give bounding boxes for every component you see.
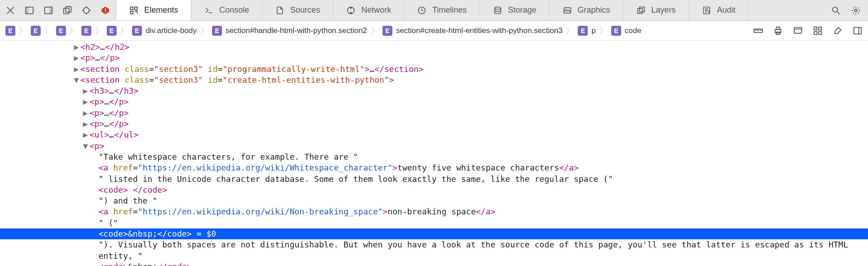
dom-row[interactable]: ▼<section class="section3" id="create-ht… (0, 75, 868, 86)
disclosure-triangle-icon[interactable]: ▶ (81, 129, 90, 140)
dom-row-content: <code>&nbsp;</code> = $0 (99, 229, 216, 238)
toolbar-left-icons (0, 0, 116, 20)
svg-rect-8 (105, 8, 106, 10)
tab-audit[interactable]: Audit (689, 0, 749, 20)
svg-point-6 (84, 7, 90, 13)
breadcrumb-item[interactable]: E (5, 26, 15, 36)
tab-graphics[interactable]: Graphics (550, 0, 623, 20)
disclosure-triangle-icon[interactable]: ▶ (81, 108, 90, 119)
disclosure-triangle-icon[interactable]: ▶ (72, 64, 80, 75)
disclosure-triangle-icon[interactable]: ▼ (81, 141, 90, 152)
sidebar-toggle-icon[interactable] (853, 26, 863, 36)
chevron-right-icon: 〉 (19, 25, 27, 36)
breadcrumb-item[interactable]: E (56, 26, 66, 36)
chevron-right-icon: 〉 (95, 25, 103, 36)
breadcrumb-item[interactable]: Esection#create-html-entities-with-pytho… (382, 26, 563, 36)
dom-row[interactable]: <code>&nbsp;</code> (0, 261, 868, 266)
tab-elements[interactable]: Elements (116, 0, 191, 20)
dom-row[interactable]: <a href="https://en.wikipedia.org/wiki/W… (0, 162, 868, 173)
dom-row-content: " listed in the Unicode character databa… (99, 174, 613, 184)
dom-row[interactable]: ▶<p>…</p> (0, 96, 868, 107)
chevron-right-icon: 〉 (566, 25, 574, 36)
dom-row-content: <a href="https://en.wikipedia.org/wiki/W… (99, 163, 579, 172)
dom-row[interactable]: "). Visually both spaces are not disting… (0, 239, 868, 261)
breadcrumb-item[interactable]: E (31, 26, 41, 36)
breadcrumb-label: div.article-body (146, 26, 197, 35)
svg-point-20 (833, 7, 838, 12)
close-icon[interactable] (5, 5, 16, 16)
devtools-tabs: ElementsConsoleSourcesNetworkTimelinesSt… (116, 0, 824, 20)
dom-tree[interactable]: ▶<h2>…</h2>▶<p>…</p>▶<section class="sec… (0, 41, 868, 266)
dom-row[interactable]: ") and the " (0, 195, 868, 206)
dom-row[interactable]: ▶<h3>…</h3> (0, 86, 868, 96)
print-icon[interactable] (773, 26, 783, 36)
dom-breadcrumb-bar: E〉E〉E〉E〉E〉Ediv.article-body〉Esection#han… (0, 21, 868, 41)
breadcrumb-item[interactable]: Esection#handle-html-with-python.section… (212, 26, 367, 36)
dom-row[interactable]: "Take whitespace characters, for example… (0, 152, 868, 162)
tab-storage[interactable]: Storage (480, 0, 550, 20)
dom-row[interactable]: ▶<p>…</p> (0, 108, 868, 119)
disclosure-triangle-icon[interactable]: ▼ (72, 75, 80, 86)
dom-row[interactable]: ▶<h2>…</h2> (0, 42, 868, 52)
dom-row[interactable]: ▶<p>…</p> (0, 52, 868, 63)
breadcrumb-item[interactable]: Ediv.article-body (132, 26, 197, 36)
svg-point-21 (854, 9, 857, 12)
element-badge-icon: E (382, 26, 392, 36)
svg-rect-26 (794, 27, 802, 33)
element-badge-icon: E (212, 26, 222, 36)
tab-network[interactable]: Network (333, 0, 404, 20)
tab-console[interactable]: Console (191, 0, 262, 20)
breadcrumb-item[interactable]: E (107, 26, 117, 36)
tab-label: Graphics (578, 5, 610, 15)
tab-label: Sources (290, 5, 320, 15)
dock-left-icon[interactable] (24, 5, 35, 16)
popout-icon[interactable] (61, 5, 73, 16)
dom-row-content: <p>…</p> (90, 108, 129, 118)
chevron-right-icon: 〉 (200, 25, 208, 36)
dom-row-content: <a href="https://en.wikipedia.org/wiki/N… (99, 207, 495, 216)
search-icon[interactable] (830, 5, 842, 16)
breadcrumb-item[interactable]: E (81, 26, 91, 36)
tab-label: Audit (717, 5, 736, 15)
svg-rect-17 (637, 8, 642, 13)
brush-icon[interactable] (833, 26, 843, 36)
devtools-toolbar: ElementsConsoleSourcesNetworkTimelinesSt… (0, 0, 868, 21)
dock-right-icon[interactable] (42, 5, 54, 16)
disclosure-triangle-icon[interactable]: ▶ (81, 86, 90, 96)
breadcrumb-item[interactable]: Ecode (611, 26, 642, 36)
tab-timelines[interactable]: Timelines (404, 0, 480, 20)
dom-row[interactable]: " listed in the Unicode character databa… (0, 174, 868, 185)
svg-rect-9 (105, 11, 106, 12)
disclosure-triangle-icon[interactable]: ▶ (72, 42, 80, 52)
disclosure-triangle-icon[interactable]: ▶ (81, 119, 90, 129)
element-badge-icon: E (56, 26, 66, 36)
grid-icon[interactable] (813, 26, 823, 36)
disclosure-triangle-icon[interactable]: ▶ (81, 96, 90, 107)
dom-row[interactable]: ▶<ul>…</ul> (0, 129, 868, 140)
dom-row-content: <ul>…</ul> (90, 130, 138, 139)
ruler-icon[interactable] (753, 26, 763, 36)
dom-row-content: " (" (99, 218, 118, 228)
breadcrumb-item[interactable]: Ep (578, 26, 595, 36)
breadcrumb-label: section#handle-html-with-python.section2 (226, 26, 367, 35)
device-icon[interactable] (793, 26, 803, 36)
dom-row[interactable]: " (" (0, 218, 868, 228)
breadcrumb-label: section#create-html-entities-with-python… (396, 26, 563, 35)
target-icon[interactable] (80, 5, 92, 16)
element-badge-icon: E (132, 26, 142, 36)
gear-icon[interactable] (850, 5, 862, 16)
disclosure-triangle-icon[interactable]: ▶ (72, 52, 80, 63)
dom-row-content: <section class="section3" id="programmat… (80, 64, 424, 74)
tab-sources[interactable]: Sources (262, 0, 333, 20)
dom-row[interactable]: ▶<p>…</p> (0, 119, 868, 129)
dom-row-selected[interactable]: <code>&nbsp;</code> = $0 (0, 228, 868, 239)
dom-row[interactable]: <a href="https://en.wikipedia.org/wiki/N… (0, 206, 868, 217)
svg-rect-18 (639, 7, 644, 12)
chevron-right-icon: 〉 (371, 25, 379, 36)
dom-row[interactable]: ▶<section class="section3" id="programma… (0, 64, 868, 75)
dom-row[interactable]: ▼<p> (0, 141, 868, 152)
dom-row[interactable]: <code> </code> (0, 185, 868, 195)
error-badge-icon[interactable] (99, 5, 111, 16)
tab-layers[interactable]: Layers (623, 0, 689, 20)
svg-rect-12 (131, 11, 133, 14)
